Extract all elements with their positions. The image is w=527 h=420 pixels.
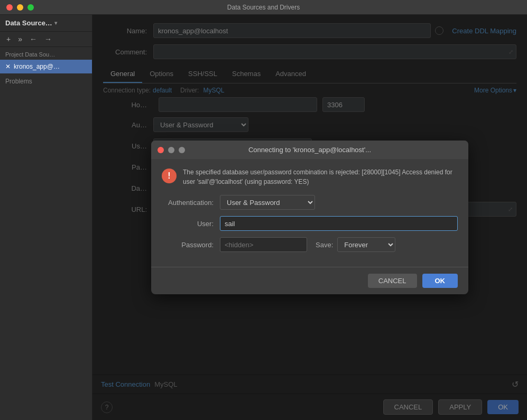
datasource-item-label: kronos_app@… (14, 63, 60, 70)
modal-title: Connecting to 'kronos_app@localhost'... (248, 146, 371, 154)
modal-user-row: User: (162, 216, 458, 231)
project-section-label: Project Data Sou… (0, 47, 92, 60)
error-text: The specified database user/password com… (183, 167, 458, 186)
modal-max-button[interactable] (179, 147, 185, 153)
problems-label: Problems (5, 78, 32, 85)
sidebar-toolbar: + » ← → (0, 32, 92, 47)
modal-ok-button[interactable]: OK (422, 274, 458, 288)
modal-password-label: Password: (162, 241, 220, 249)
modal-body: ! The specified database user/password c… (151, 159, 468, 267)
forward-button[interactable]: → (42, 34, 54, 44)
save-row: Save: Forever Until restart Never (316, 237, 395, 252)
modal-auth-label: Authentication: (162, 199, 220, 207)
title-bar: Data Sources and Drivers (0, 0, 527, 15)
maximize-button[interactable] (27, 4, 34, 11)
modal-user-label: User: (162, 220, 220, 228)
modal-min-button[interactable] (168, 147, 174, 153)
back-button[interactable]: ← (27, 34, 39, 44)
modal-overlay: Connecting to 'kronos_app@localhost'... … (93, 15, 527, 420)
modal-save-select[interactable]: Forever Until restart Never (337, 237, 395, 252)
minimize-button[interactable] (17, 4, 23, 11)
sidebar: Data Source… ▾ + » ← → Project Data Sou…… (0, 15, 93, 420)
chevron-down-icon[interactable]: ▾ (54, 20, 57, 26)
modal-titlebar: Connecting to 'kronos_app@localhost'... (151, 141, 468, 159)
database-icon: ✕ (5, 63, 11, 70)
error-row: ! The specified database user/password c… (162, 167, 458, 186)
sidebar-item-problems[interactable]: Problems (0, 73, 92, 89)
modal-footer: CANCEL OK (151, 267, 468, 294)
modal-window-controls (158, 147, 185, 153)
window-title: Data Sources and Drivers (227, 4, 300, 11)
modal-dialog: Connecting to 'kronos_app@localhost'... … (151, 141, 468, 294)
sidebar-item-kronos[interactable]: ✕ kronos_app@… (0, 60, 92, 73)
modal-password-row: Password: Save: Forever Until restart Ne… (162, 237, 458, 252)
sidebar-header: Data Source… ▾ (0, 15, 92, 32)
close-button[interactable] (6, 4, 13, 11)
modal-user-input[interactable] (220, 216, 458, 231)
sidebar-header-title: Data Source… ▾ (5, 19, 57, 27)
modal-auth-row: Authentication: User & Password No auth … (162, 195, 458, 210)
add-datasource-button[interactable]: + (4, 34, 13, 44)
modal-auth-select[interactable]: User & Password No auth SSH key (220, 195, 315, 210)
window-controls (6, 4, 34, 11)
save-label: Save: (316, 241, 333, 249)
data-sources-label: Data Source… (5, 19, 52, 27)
modal-cancel-button[interactable]: CANCEL (368, 274, 417, 288)
error-icon: ! (162, 169, 177, 183)
modal-close-button[interactable] (158, 147, 164, 153)
content-area: Name: Create DDL Mapping Comment: ⤢ (93, 15, 527, 420)
modal-password-input[interactable] (220, 237, 307, 252)
more-actions-button[interactable]: » (16, 34, 24, 44)
